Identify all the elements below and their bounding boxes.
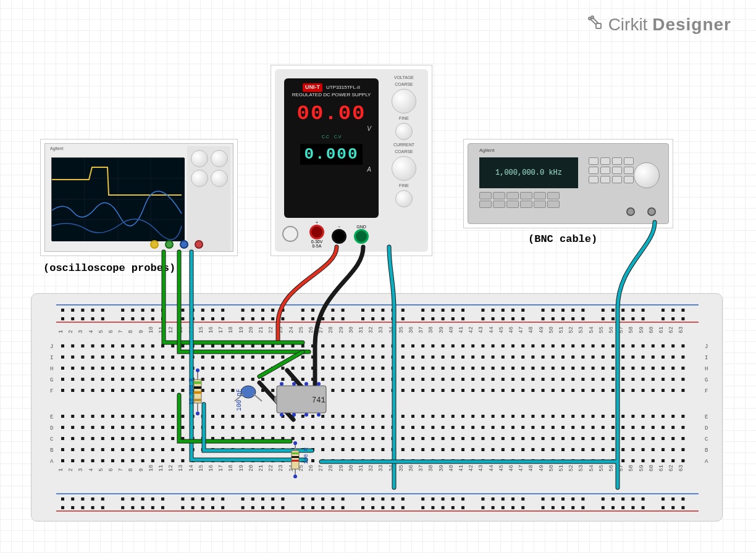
svg-rect-399 <box>531 367 534 370</box>
psu-terminal-neg[interactable] <box>332 229 346 244</box>
fg-bnc-sync[interactable] <box>626 207 635 216</box>
fg-key[interactable] <box>624 167 634 174</box>
svg-rect-419 <box>101 378 104 381</box>
psu-terminal-pos[interactable] <box>309 225 324 239</box>
svg-text:40: 40 <box>448 326 455 333</box>
svg-rect-289 <box>61 356 64 359</box>
svg-rect-84 <box>261 317 264 320</box>
fg-key[interactable] <box>612 167 622 174</box>
fg-key[interactable] <box>589 167 598 174</box>
fg-key[interactable] <box>600 157 610 165</box>
svg-rect-664 <box>662 426 665 429</box>
breadboard[interactable]: 1122334455667788991010111112121313141415… <box>31 293 723 522</box>
svg-rect-500 <box>281 389 284 392</box>
svg-rect-267 <box>471 344 474 347</box>
svg-rect-413 <box>671 367 674 370</box>
svg-rect-639 <box>411 426 414 429</box>
scope-bnc-ch2[interactable] <box>165 240 174 249</box>
svg-rect-787 <box>631 448 634 451</box>
fg-softkey[interactable] <box>493 201 505 208</box>
scope-knob[interactable] <box>211 150 228 167</box>
fg-key[interactable] <box>624 157 634 165</box>
svg-rect-577 <box>421 415 424 418</box>
fg-softkey[interactable] <box>534 201 546 208</box>
svg-rect-818 <box>311 459 314 462</box>
svg-rect-186 <box>211 506 214 509</box>
svg-rect-400 <box>542 367 545 370</box>
power-supply[interactable]: UNI-TUTP3315TFL-II REGULATED DC POWER SU… <box>271 65 432 256</box>
fg-key[interactable] <box>600 167 610 174</box>
psu-v-fine-knob[interactable] <box>395 123 413 140</box>
fg-softkey[interactable] <box>547 201 560 208</box>
psu-i-coarse-knob[interactable] <box>392 156 416 181</box>
svg-rect-782 <box>581 448 584 451</box>
psu-terminal-gnd[interactable] <box>354 229 369 244</box>
svg-rect-111 <box>581 317 584 320</box>
svg-rect-336 <box>531 356 534 359</box>
svg-rect-217 <box>581 506 584 509</box>
psu-power-button[interactable] <box>282 226 298 242</box>
svg-rect-290 <box>71 356 74 359</box>
svg-text:60: 60 <box>649 326 655 333</box>
fg-softkey[interactable] <box>506 201 519 208</box>
psu-i-fine-knob[interactable] <box>395 190 413 207</box>
svg-rect-67 <box>61 317 64 320</box>
fg-key[interactable] <box>589 157 598 165</box>
svg-rect-548 <box>131 415 134 418</box>
svg-rect-492 <box>201 389 204 392</box>
svg-rect-716 <box>552 437 555 440</box>
oscilloscope[interactable]: Agilent <box>40 139 238 256</box>
function-generator[interactable]: Agilent 1,000,000.0 kHz <box>463 139 673 228</box>
scope-bnc-ch1[interactable] <box>150 240 159 249</box>
fg-bnc-output[interactable] <box>647 207 656 216</box>
svg-rect-272 <box>521 344 524 347</box>
svg-rect-579 <box>442 415 445 418</box>
fg-softkey[interactable] <box>493 192 505 199</box>
svg-rect-299 <box>161 356 164 359</box>
svg-rect-648 <box>502 426 505 429</box>
svg-rect-172 <box>681 497 684 501</box>
fg-softkey[interactable] <box>506 192 519 199</box>
fg-softkey[interactable] <box>534 192 546 199</box>
scope-knob[interactable] <box>211 170 228 187</box>
scope-bnc-ch3[interactable] <box>180 240 188 249</box>
svg-rect-618 <box>201 426 204 429</box>
svg-rect-239 <box>191 344 195 347</box>
svg-rect-451 <box>421 378 424 381</box>
svg-rect-688 <box>271 437 274 440</box>
fg-key[interactable] <box>600 176 610 183</box>
scope-knob[interactable] <box>191 150 208 167</box>
svg-rect-193 <box>301 506 304 509</box>
svg-rect-190 <box>261 506 264 509</box>
svg-rect-744 <box>201 448 204 451</box>
scope-bnc-ch4[interactable] <box>195 240 203 249</box>
svg-rect-763 <box>392 448 395 451</box>
scope-knob[interactable] <box>191 170 208 187</box>
svg-rect-360 <box>141 367 145 370</box>
svg-rect-246 <box>261 344 264 347</box>
fg-softkey[interactable] <box>479 192 492 199</box>
svg-rect-166 <box>611 497 615 501</box>
svg-text:11: 11 <box>158 326 164 333</box>
svg-rect-693 <box>321 437 324 440</box>
svg-rect-685 <box>242 437 245 440</box>
svg-rect-473 <box>642 378 645 381</box>
fg-softkey[interactable] <box>520 192 532 199</box>
svg-rect-204 <box>431 506 434 509</box>
fg-key[interactable] <box>612 176 622 183</box>
svg-rect-99 <box>442 317 445 320</box>
fg-key[interactable] <box>589 176 598 183</box>
svg-text:40: 40 <box>448 465 455 472</box>
fg-key[interactable] <box>612 157 622 165</box>
svg-rect-629 <box>311 426 314 429</box>
svg-rect-437 <box>281 378 284 381</box>
fg-softkey[interactable] <box>520 201 532 208</box>
svg-rect-529 <box>571 389 574 392</box>
fg-softkey[interactable] <box>547 192 560 199</box>
svg-rect-764 <box>401 448 405 451</box>
svg-text:45: 45 <box>498 326 505 333</box>
fg-softkey[interactable] <box>479 201 492 208</box>
psu-v-coarse-knob[interactable] <box>392 89 416 114</box>
fg-knob[interactable] <box>634 162 660 188</box>
fg-key[interactable] <box>624 176 634 183</box>
